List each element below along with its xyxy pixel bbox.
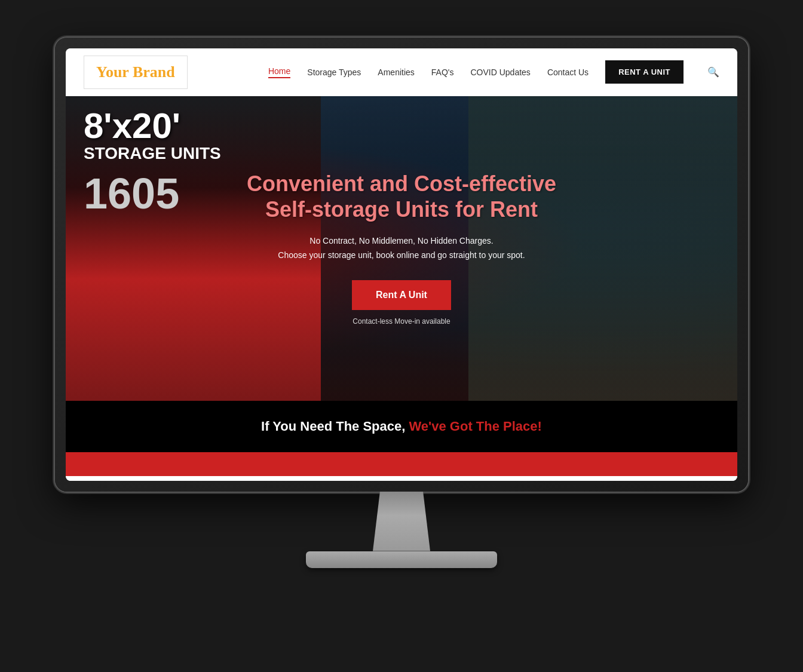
logo-text: Your Brand [96, 63, 175, 81]
bottom-banner-text: If You Need The Space, We've Got The Pla… [90, 419, 713, 434]
nav-item-covid[interactable]: COVID Updates [471, 67, 531, 77]
bottom-banner-highlight-text: We've Got The Place! [405, 419, 542, 434]
monitor-base [306, 551, 497, 568]
bottom-banner: If You Need The Space, We've Got The Pla… [66, 401, 737, 452]
monitor-neck [366, 492, 437, 551]
header: Your Brand Home Storage Types Amenities … [66, 48, 737, 96]
hero-cta-button[interactable]: Rent A Unit [352, 280, 451, 310]
red-strip [66, 452, 737, 476]
logo-box: Your Brand [84, 56, 188, 89]
nav-item-faqs[interactable]: FAQ's [431, 67, 454, 77]
nav-item-home[interactable]: Home [268, 66, 290, 78]
white-strip [66, 476, 737, 481]
monitor-frame: Your Brand Home Storage Types Amenities … [55, 38, 748, 492]
monitor-wrapper: Your Brand Home Storage Types Amenities … [43, 38, 760, 635]
hero-subtext: No Contract, No Middlemen, No Hidden Cha… [278, 234, 525, 263]
hero-content: Convenient and Cost-effective Self-stora… [66, 96, 737, 401]
bottom-banner-white-text: If You Need The Space, [261, 419, 405, 434]
hero-subtext-line2: Choose your storage unit, book online an… [278, 250, 525, 260]
website: Your Brand Home Storage Types Amenities … [66, 48, 737, 481]
nav-item-storage-types[interactable]: Storage Types [307, 67, 361, 77]
nav-item-contact[interactable]: Contact Us [547, 67, 589, 77]
nav-item-amenities[interactable]: Amenities [378, 67, 414, 77]
hero-contactless-text: Contact-less Move-in available [353, 317, 450, 326]
hero-section: 8'x20' STORAGE UNITS 1605 Convenient and… [66, 96, 737, 401]
nav: Home Storage Types Amenities FAQ's COVID… [268, 60, 719, 84]
monitor-bezel: Your Brand Home Storage Types Amenities … [66, 48, 737, 481]
rent-a-unit-button[interactable]: RENT A UNIT [605, 60, 684, 84]
monitor-screen: Your Brand Home Storage Types Amenities … [66, 48, 737, 481]
hero-subtext-line1: No Contract, No Middlemen, No Hidden Cha… [309, 236, 493, 246]
hero-headline: Convenient and Cost-effective Self-stora… [222, 171, 581, 222]
search-icon[interactable]: 🔍 [707, 66, 719, 78]
